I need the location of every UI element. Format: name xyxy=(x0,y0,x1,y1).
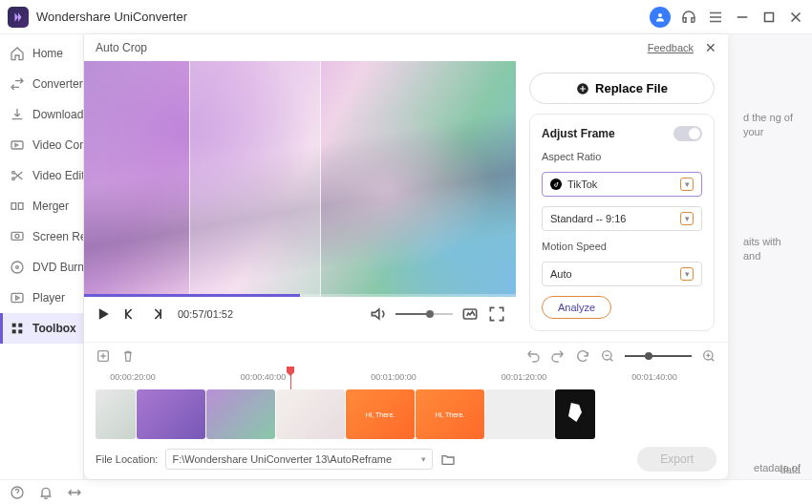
scissors-icon xyxy=(10,168,25,183)
timeline-clip[interactable] xyxy=(485,389,554,439)
modal-close-icon[interactable]: ✕ xyxy=(705,40,716,55)
timeline-clip[interactable]: Hi, There. xyxy=(416,389,484,439)
titlebar: Wondershare UniConverter xyxy=(0,0,812,34)
timeline-clips: Hi, There. Hi, There. xyxy=(96,389,716,439)
svg-rect-12 xyxy=(12,324,16,327)
video-preview[interactable] xyxy=(84,61,516,297)
menu-icon[interactable] xyxy=(707,9,724,26)
maximize-button[interactable] xyxy=(760,9,778,26)
snapshot-icon[interactable] xyxy=(460,304,480,324)
adjust-frame-label: Adjust Frame xyxy=(542,127,615,140)
timeline-toolbar xyxy=(84,342,728,368)
transfer-icon[interactable] xyxy=(67,485,82,500)
svg-rect-13 xyxy=(18,324,22,327)
merger-icon xyxy=(10,199,25,214)
chevron-down-icon: ▾ xyxy=(680,178,694,191)
sidebar-item-dvd[interactable]: DVD Burner xyxy=(0,252,83,283)
bell-icon[interactable] xyxy=(38,485,53,500)
svg-point-10 xyxy=(16,266,19,269)
next-frame-button[interactable] xyxy=(147,304,166,324)
sidebar-item-home[interactable]: Home xyxy=(0,38,83,69)
delete-clip-icon[interactable] xyxy=(120,348,136,364)
headset-icon[interactable] xyxy=(680,9,697,26)
app-logo xyxy=(8,7,29,28)
zoom-out-icon[interactable] xyxy=(600,348,615,364)
fullscreen-icon[interactable] xyxy=(487,304,506,324)
sidebar-item-editor[interactable]: Video Editor xyxy=(0,160,83,191)
add-clip-icon[interactable] xyxy=(96,348,111,364)
modal-title: Auto Crop xyxy=(96,41,147,54)
file-location-input[interactable]: F:\Wondershare UniConverter 13\AutoRefra… xyxy=(165,449,433,470)
sidebar-item-downloader[interactable]: Downloader xyxy=(0,99,83,130)
motion-speed-dropdown[interactable]: Auto ▾ xyxy=(542,262,702,286)
play-button[interactable] xyxy=(94,304,113,324)
playback-time: 00:57/01:52 xyxy=(178,308,233,320)
adjust-frame-toggle[interactable] xyxy=(673,126,702,141)
settings-panel: Replace File Adjust Frame Aspect Ratio T… xyxy=(516,61,728,342)
sidebar-item-compressor[interactable]: Video Compressor xyxy=(0,130,83,160)
timeline-clip[interactable] xyxy=(96,389,136,439)
timeline-clip[interactable]: Hi, There. xyxy=(346,389,415,439)
chevron-down-icon: ▾ xyxy=(680,212,694,225)
analyze-button[interactable]: Analyze xyxy=(542,296,611,319)
home-icon xyxy=(10,46,25,61)
aspect-ratio-dropdown[interactable]: TikTok ▾ xyxy=(542,172,702,197)
timeline-clip[interactable] xyxy=(276,389,345,439)
close-button[interactable] xyxy=(787,9,804,26)
video-progress[interactable] xyxy=(84,294,516,297)
standard-dropdown[interactable]: Standard -- 9:16 ▾ xyxy=(542,206,702,231)
recorder-icon xyxy=(10,229,25,244)
timeline-clip[interactable] xyxy=(137,389,205,439)
bg-data-sub: etadata of xyxy=(754,462,801,473)
player-icon xyxy=(10,290,25,305)
zoom-in-icon[interactable] xyxy=(701,348,716,364)
sidebar-item-recorder[interactable]: Screen Recorder xyxy=(0,221,83,252)
svg-point-9 xyxy=(11,262,23,273)
sidebar-item-toolbox[interactable]: Toolbox xyxy=(0,313,83,344)
replace-file-button[interactable]: Replace File xyxy=(529,73,715,104)
svg-point-4 xyxy=(12,178,15,180)
file-location-label: File Location: xyxy=(96,453,158,465)
minimize-button[interactable] xyxy=(734,9,751,26)
undo-icon[interactable] xyxy=(525,348,541,364)
feedback-link[interactable]: Feedback xyxy=(648,42,694,53)
svg-rect-14 xyxy=(12,329,16,333)
sidebar-item-merger[interactable]: Merger xyxy=(0,191,83,221)
browse-folder-icon[interactable] xyxy=(440,452,456,467)
svg-rect-5 xyxy=(11,203,16,210)
crop-mask-left xyxy=(84,61,189,297)
sidebar: Home Converter Downloader Video Compress… xyxy=(0,34,84,479)
sidebar-item-converter[interactable]: Converter xyxy=(0,69,83,99)
timeline[interactable]: 00:00:20:00 00:00:40:00 00:01:00:00 00:0… xyxy=(84,368,728,439)
compress-icon xyxy=(10,137,25,153)
svg-point-8 xyxy=(15,234,19,238)
sidebar-item-player[interactable]: Player xyxy=(0,283,83,313)
chevron-down-icon: ▾ xyxy=(421,454,426,464)
timeline-clip[interactable] xyxy=(555,389,595,439)
refresh-icon[interactable] xyxy=(575,348,590,364)
svg-rect-15 xyxy=(18,329,22,333)
statusbar xyxy=(0,479,812,504)
crop-frame[interactable] xyxy=(189,61,321,297)
modal-footer: File Location: F:\Wondershare UniConvert… xyxy=(84,439,728,479)
download-icon xyxy=(10,107,25,122)
timeline-clip[interactable] xyxy=(206,389,275,439)
volume-icon[interactable] xyxy=(369,304,388,324)
help-icon[interactable] xyxy=(10,485,25,500)
app-title: Wondershare UniConverter xyxy=(36,10,650,24)
zoom-slider[interactable] xyxy=(625,355,692,357)
svg-rect-6 xyxy=(18,203,23,210)
redo-icon[interactable] xyxy=(550,348,566,364)
toolbox-icon xyxy=(10,321,25,336)
prev-frame-button[interactable] xyxy=(120,304,139,324)
volume-slider[interactable] xyxy=(395,313,453,315)
tiktok-icon xyxy=(550,178,562,190)
svg-point-0 xyxy=(658,13,662,17)
svg-rect-7 xyxy=(11,232,23,240)
crop-mask-right xyxy=(336,61,516,297)
bg-text-1: d the ng of your xyxy=(743,111,801,140)
chevron-down-icon: ▾ xyxy=(680,267,694,281)
export-button[interactable]: Export xyxy=(637,447,716,472)
user-avatar[interactable] xyxy=(650,7,671,28)
dvd-icon xyxy=(10,260,25,275)
